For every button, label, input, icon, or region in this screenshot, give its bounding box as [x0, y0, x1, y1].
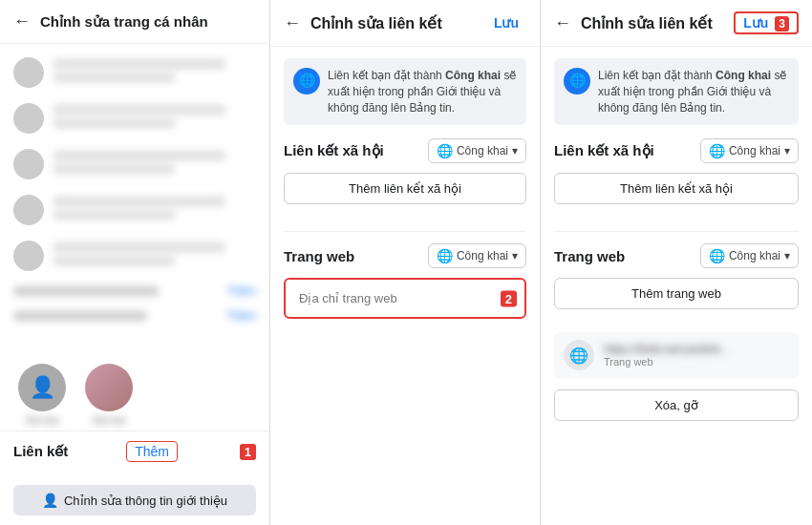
right-info-box: 🌐 Liên kết bạn đặt thành Công khai sẽ xu… [554, 58, 799, 125]
chevron-down-icon: ▾ [512, 144, 518, 158]
right-website-title: Trang web [554, 248, 625, 264]
avatar-item: 👤 Ảnh bìa [13, 364, 71, 427]
chevron-down-icon: ▾ [784, 249, 790, 262]
edit-icon: 👤 [42, 493, 58, 508]
middle-social-section-header: Liên kết xã hội 🌐 Công khai ▾ [284, 138, 526, 163]
right-add-website-btn[interactable]: Thêm trang web [554, 278, 799, 309]
middle-social-visibility-btn[interactable]: 🌐 Công khai ▾ [428, 138, 526, 163]
chevron-down-icon: ▾ [784, 144, 790, 158]
middle-social-visibility-label: Công khai [457, 144, 508, 158]
website-globe-icon: 🌐 [564, 340, 594, 370]
globe-info-icon: 🌐 [564, 68, 590, 94]
list-item-line1 [53, 105, 225, 115]
edit-intro-wrapper: 👤 Chỉnh sửa thông tin giới thiệu [0, 475, 269, 525]
list-item-line1 [53, 59, 225, 69]
globe-icon: 🌐 [437, 143, 453, 158]
right-save-button[interactable]: Lưu 3 [734, 11, 799, 34]
list-item-avatar [13, 103, 44, 134]
globe-info-icon: 🌐 [293, 68, 320, 94]
right-website-visibility-label: Công khai [729, 249, 780, 262]
globe-icon: 🌐 [437, 248, 453, 263]
lien-ket-section: Liên kết Thêm 1 [0, 430, 269, 475]
divider [554, 231, 799, 232]
lien-ket-header: Liên kết Thêm 1 [13, 441, 256, 462]
globe-icon: 🌐 [709, 248, 725, 263]
right-panel: ← Chỉnh sửa liên kết Lưu 3 🌐 Liên kết bạ… [541, 0, 812, 525]
edit-intro-label: Chỉnh sửa thông tin giới thiệu [64, 494, 227, 508]
badge-1: 1 [240, 444, 256, 460]
middle-add-social-btn[interactable]: Thêm liên kết xã hội [284, 173, 526, 204]
list-item[interactable] [0, 233, 269, 279]
list-item-avatar [13, 241, 44, 271]
middle-header: ← Chỉnh sửa liên kết Lưu [270, 0, 540, 47]
divider [284, 231, 526, 232]
avatar-label: Ảnh bìa [13, 415, 71, 427]
avatar-image: 👤 [18, 364, 66, 411]
right-website-visibility-btn[interactable]: 🌐 Công khai ▾ [700, 243, 799, 268]
list-item-line2 [53, 210, 175, 220]
them-link2: Thêm [226, 309, 256, 323]
list-item-text [53, 242, 256, 269]
middle-website-section-header: Trang web 🌐 Công khai ▾ [284, 243, 526, 268]
edit-intro-button[interactable]: 👤 Chỉnh sửa thông tin giới thiệu [13, 485, 256, 515]
middle-panel: ← Chỉnh sửa liên kết Lưu 🌐 Liên kết bạn … [270, 0, 541, 525]
website-sub-label: Trang web [604, 356, 729, 368]
delete-website-btn[interactable]: Xóa, gỡ [554, 389, 799, 421]
middle-website-visibility-btn[interactable]: 🌐 Công khai ▾ [428, 243, 526, 268]
list-item-line2 [53, 73, 175, 82]
list-item-line1 [53, 242, 225, 252]
avatar-photo [85, 364, 133, 411]
list-item[interactable] [0, 187, 269, 233]
chevron-down-icon: ▾ [512, 249, 518, 262]
badge-2: 2 [501, 290, 517, 306]
middle-save-button[interactable]: Lưu [486, 11, 526, 34]
right-social-visibility-label: Công khai [729, 144, 780, 158]
middle-website-visibility-label: Công khai [457, 249, 508, 262]
right-info-text: Liên kết bạn đặt thành Công khai sẽ xuất… [598, 68, 789, 116]
right-header: ← Chỉnh sửa liên kết Lưu 3 [541, 0, 812, 47]
right-back-icon[interactable]: ← [554, 13, 571, 33]
website-url: https://linktr.ee/camlink... [604, 343, 729, 356]
right-add-social-btn[interactable]: Thêm liên kết xã hội [554, 173, 799, 204]
left-panel-title: Chỉnh sửa trang cá nhân [40, 13, 208, 31]
left-header: ← Chỉnh sửa trang cá nhân [0, 0, 269, 44]
middle-header-left: ← Chỉnh sửa liên kết [284, 13, 442, 33]
list-item-text [53, 105, 256, 132]
globe-icon: 🌐 [709, 143, 725, 158]
list-item-line1 [53, 197, 225, 206]
list-item[interactable] [0, 141, 269, 187]
right-website-section: Trang web 🌐 Công khai ▾ Thêm trang web 🌐… [554, 243, 799, 421]
avatar-section: 👤 Ảnh bìa Ảnh bìa [0, 356, 269, 430]
avatar-label: Ảnh bìa [80, 415, 138, 427]
right-social-title: Liên kết xã hội [554, 142, 654, 159]
middle-panel-title: Chỉnh sửa liên kết [310, 14, 442, 32]
list-item-line2 [53, 118, 175, 128]
left-panel: ← Chỉnh sửa trang cá nhân [0, 0, 270, 525]
list-item-text [53, 151, 256, 178]
list-item-text [53, 59, 256, 86]
right-social-section-header: Liên kết xã hội 🌐 Công khai ▾ [554, 138, 799, 163]
lien-ket-title: Liên kết [13, 443, 68, 460]
right-panel-title: Chỉnh sửa liên kết [581, 14, 713, 32]
list-item-line2 [53, 256, 175, 265]
right-social-visibility-btn[interactable]: 🌐 Công khai ▾ [700, 138, 799, 163]
right-header-left: ← Chỉnh sửa liên kết [554, 13, 713, 33]
middle-back-icon[interactable]: ← [284, 13, 301, 33]
badge-3: 3 [775, 16, 789, 32]
list-item[interactable] [0, 50, 269, 95]
list-item[interactable] [0, 95, 269, 141]
avatar-item: Ảnh bìa [80, 364, 138, 427]
website-item: 🌐 https://linktr.ee/camlink... Trang web [554, 332, 799, 378]
list-item-avatar [13, 195, 44, 225]
website-info: https://linktr.ee/camlink... Trang web [604, 343, 729, 368]
url-input[interactable] [289, 284, 521, 313]
list-item-text [53, 197, 256, 223]
them-button[interactable]: Thêm [126, 441, 178, 462]
list-item-line1 [53, 151, 225, 160]
right-panel-body: 🌐 Liên kết bạn đặt thành Công khai sẽ xu… [541, 47, 812, 525]
middle-website-section: Trang web 🌐 Công khai ▾ 2 [284, 243, 526, 319]
left-back-icon[interactable]: ← [13, 11, 31, 32]
middle-info-box: 🌐 Liên kết bạn đặt thành Công khai sẽ xu… [284, 58, 526, 125]
middle-social-title: Liên kết xã hội [284, 142, 384, 159]
middle-website-title: Trang web [284, 248, 354, 264]
